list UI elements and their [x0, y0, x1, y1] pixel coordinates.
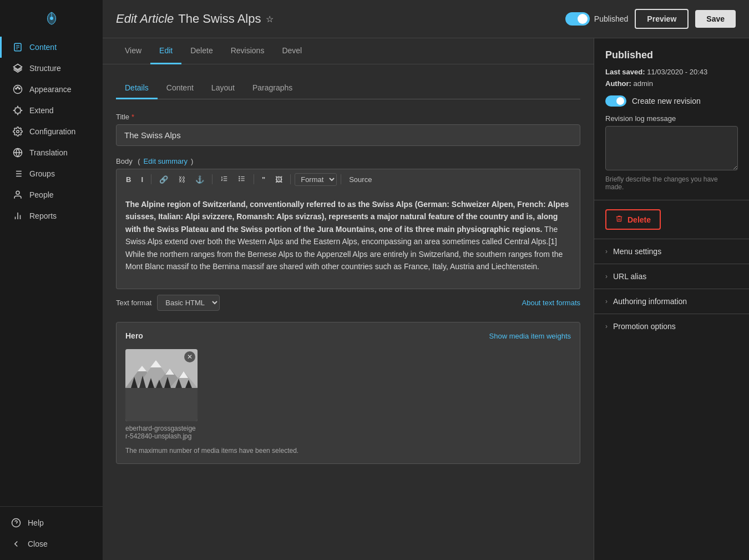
revision-log-textarea[interactable] [605, 126, 738, 170]
edit-summary-link[interactable]: Edit summary [144, 157, 188, 165]
accordion-url-alias: › URL alias [594, 264, 749, 289]
accordion-menu-settings: › Menu settings [594, 239, 749, 264]
right-panel-header: Published Last saved: 11/03/2020 - 20:43… [594, 38, 749, 200]
toolbar-anchor-button[interactable]: ⚓ [191, 173, 208, 186]
trash-icon [615, 215, 623, 224]
remove-image-button[interactable]: ✕ [184, 351, 195, 362]
toolbar-image-button[interactable]: 🖼 [271, 173, 286, 186]
right-panel-title: Published [605, 49, 738, 61]
favorite-icon[interactable]: ☆ [266, 14, 274, 24]
title-label: Title * [116, 113, 580, 121]
tab-delete[interactable]: Delete [181, 38, 221, 64]
sidebar-item-label: Groups [29, 169, 55, 178]
toolbar-unlink-button[interactable]: ⛓ [174, 173, 189, 186]
accordion-label: Promotion options [613, 322, 676, 331]
body-editor[interactable]: The Alpine region of Switzerland, conven… [116, 189, 580, 289]
svg-point-9 [17, 87, 18, 88]
toolbar-separator-2 [212, 174, 212, 184]
about-text-formats-link[interactable]: About text formats [522, 299, 581, 307]
tab-revisions[interactable]: Revisions [222, 38, 274, 64]
body-field-group: Body ( Edit summary ) B I 🔗 ⛓ ⚓ [116, 157, 580, 311]
gear-icon [13, 127, 23, 137]
svg-point-10 [19, 88, 20, 89]
toolbar-link-button[interactable]: 🔗 [155, 173, 172, 186]
accordion-promotion-options: › Promotion options [594, 314, 749, 339]
sidebar-item-label: People [29, 190, 54, 199]
toolbar-blockquote-button[interactable]: " [258, 173, 269, 186]
create-revision-toggle[interactable] [605, 95, 626, 107]
inner-tab-details[interactable]: Details [116, 78, 158, 99]
chart-icon [13, 211, 23, 221]
toolbar-unordered-list-button[interactable] [234, 173, 250, 186]
tab-view[interactable]: View [116, 38, 150, 64]
page-title: Edit Article The Swiss Alps ☆ [116, 12, 556, 26]
sidebar-item-people[interactable]: People [0, 184, 103, 205]
sidebar-item-appearance[interactable]: Appearance [0, 79, 103, 100]
svg-rect-45 [125, 388, 198, 421]
inner-tab-paragraphs[interactable]: Paragraphs [244, 78, 301, 99]
editor-section: View Edit Delete Revisions Devel [103, 38, 594, 560]
sidebar-item-translation[interactable]: Translation [0, 142, 103, 163]
sidebar-item-close[interactable]: Close [0, 533, 103, 554]
sidebar-navigation: Content Structure Appearance Extend Conf… [0, 37, 103, 506]
accordion-header-menu-settings[interactable]: › Menu settings [594, 239, 749, 264]
accordion-header-authoring-info[interactable]: › Authoring information [594, 289, 749, 314]
body-label: Body ( Edit summary ) [116, 157, 580, 165]
toolbar-separator-4 [290, 174, 291, 184]
sidebar: Content Structure Appearance Extend Conf… [0, 0, 103, 560]
toolbar-separator-3 [254, 174, 254, 184]
author-row: Author: admin [605, 79, 738, 88]
tab-edit[interactable]: Edit [150, 38, 181, 64]
puzzle-icon [13, 105, 23, 115]
sidebar-item-extend[interactable]: Extend [0, 100, 103, 121]
chevron-right-icon: › [605, 248, 608, 255]
chevron-right-icon: › [605, 273, 608, 280]
toolbar-ordered-list-button[interactable] [216, 173, 232, 186]
last-saved-label: Last saved: [605, 68, 645, 76]
published-label: Published [594, 14, 629, 23]
author-value: admin [634, 79, 653, 88]
chevron-right-icon: › [605, 322, 608, 330]
inner-tab-content[interactable]: Content [158, 78, 203, 99]
text-format-select[interactable]: Basic HTML [157, 295, 220, 311]
delete-button[interactable]: Delete [605, 209, 661, 230]
editor-body: Details Content Layout Paragraphs Ti [103, 64, 594, 477]
create-revision-row: Create new revision [605, 95, 738, 107]
sidebar-item-groups[interactable]: Groups [0, 163, 103, 184]
hero-header: Hero Show media item weights [125, 331, 571, 340]
toolbar-source-button[interactable]: Source [345, 173, 376, 186]
last-saved-value: 11/03/2020 - 20:43 [647, 68, 707, 76]
page-header: Edit Article The Swiss Alps ☆ Published … [103, 0, 749, 38]
accordion-header-promotion-options[interactable]: › Promotion options [594, 314, 749, 339]
show-media-weights-link[interactable]: Show media item weights [489, 332, 571, 340]
edit-article-label: Edit Article [116, 12, 174, 26]
sidebar-item-help[interactable]: Help [0, 512, 103, 533]
sidebar-item-configuration[interactable]: Configuration [0, 121, 103, 142]
sidebar-bottom-close-label: Close [28, 539, 48, 548]
tab-devel[interactable]: Devel [273, 38, 311, 64]
accordion-label: Authoring information [613, 297, 687, 306]
save-button[interactable]: Save [695, 10, 736, 28]
title-field-group: Title * [116, 113, 580, 146]
palette-icon [13, 84, 23, 94]
sidebar-item-content[interactable]: Content [0, 37, 103, 58]
hero-title: Hero [125, 331, 143, 340]
image-filename: eberhard-grossgasteiger-542840-unsplash.… [125, 425, 198, 440]
published-toggle[interactable] [565, 12, 590, 26]
accordion-header-url-alias[interactable]: › URL alias [594, 264, 749, 289]
toolbar-format-select[interactable]: Format [295, 173, 337, 186]
title-input[interactable] [116, 124, 580, 146]
published-toggle-wrapper: Published [565, 12, 629, 26]
sidebar-item-label: Translation [29, 148, 68, 157]
sidebar-item-reports[interactable]: Reports [0, 205, 103, 226]
sidebar-bottom: Help Close [0, 506, 103, 560]
toolbar-bold-button[interactable]: B [122, 173, 135, 186]
globe-icon [13, 148, 23, 158]
preview-button[interactable]: Preview [635, 9, 689, 29]
inner-tab-layout[interactable]: Layout [203, 78, 244, 99]
page-tabs: View Edit Delete Revisions Devel [103, 38, 594, 64]
toolbar-italic-button[interactable]: I [137, 173, 147, 186]
sidebar-item-label: Reports [29, 211, 57, 220]
right-panel: Published Last saved: 11/03/2020 - 20:43… [594, 38, 749, 560]
sidebar-item-structure[interactable]: Structure [0, 58, 103, 79]
